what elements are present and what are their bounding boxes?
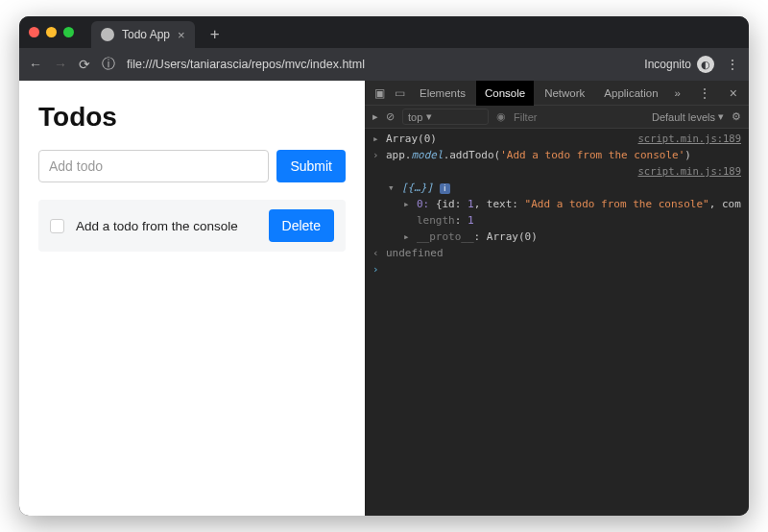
console-property[interactable]: ▸ __proto__: Array(0) (365, 229, 749, 245)
chevron-down-icon: ▾ (426, 110, 432, 123)
incognito-label: Incognito (644, 58, 691, 71)
page: Todos Submit Add a todo from the console… (19, 81, 365, 516)
window-controls (29, 27, 74, 37)
console-array-entry[interactable]: ▸ 0: {id: 1, text: "Add a todo from the … (365, 196, 749, 212)
tabs-overflow-icon[interactable]: » (669, 87, 686, 99)
console-input-echo[interactable]: › app.model.addTodo('Add a todo from the… (365, 147, 749, 163)
source-link[interactable]: script.min.js:189 (638, 132, 741, 146)
array-preview: [{…}] (401, 181, 433, 194)
tab-elements[interactable]: Elements (411, 81, 474, 106)
info-icon[interactable]: i (440, 183, 450, 194)
forward-button[interactable]: → (54, 57, 67, 72)
inspect-element-icon[interactable]: ▣ (371, 86, 389, 100)
page-title: Todos (38, 102, 346, 133)
return-chevron-icon: ‹ (372, 246, 380, 260)
console-message: Array(0) (386, 132, 633, 146)
tab-title: Todo App (122, 28, 170, 41)
return-value: undefined (386, 246, 741, 260)
expand-icon[interactable]: ▸ (403, 197, 411, 211)
titlebar: Todo App × + (19, 16, 749, 48)
clear-console-icon[interactable]: ⊘ (386, 110, 395, 123)
window-maximize-button[interactable] (63, 27, 74, 37)
todo-checkbox[interactable] (50, 219, 64, 233)
delete-button[interactable]: Delete (269, 209, 334, 242)
content-area: Todos Submit Add a todo from the console… (19, 81, 749, 516)
site-info-icon[interactable]: ⓘ (102, 56, 115, 73)
back-button[interactable]: ← (29, 57, 42, 72)
sidebar-toggle-icon[interactable]: ▸ (372, 110, 378, 123)
new-tab-button[interactable]: + (210, 25, 220, 44)
live-expression-icon[interactable]: ◉ (496, 110, 506, 123)
object-preview: 0: {id: 1, text: "Add a todo from the co… (417, 197, 741, 211)
window-close-button[interactable] (29, 27, 39, 37)
device-toolbar-icon[interactable]: ▭ (391, 86, 409, 100)
context-label: top (408, 111, 422, 123)
add-todo-form: Submit (38, 150, 346, 182)
console-output: ▸ Array(0) script.min.js:189 › app.model… (365, 129, 749, 516)
source-link[interactable]: script.min.js:189 (638, 164, 741, 179)
browser-window: Todo App × + ← → ⟳ ⓘ file:///Users/tania… (19, 16, 749, 516)
chevron-down-icon: ▾ (718, 110, 724, 123)
window-minimize-button[interactable] (46, 27, 57, 37)
console-line[interactable]: script.min.js:189 (365, 163, 749, 180)
log-levels-label: Default levels (652, 111, 715, 123)
tab-application[interactable]: Application (595, 81, 666, 106)
console-return: ‹ undefined (365, 245, 749, 261)
prompt-chevron-icon: › (372, 263, 380, 276)
incognito-icon: ◐ (697, 56, 714, 73)
devtools-menu-icon[interactable]: ⋮ (692, 85, 717, 101)
devtools-close-icon[interactable]: × (724, 85, 743, 101)
todo-item: Add a todo from the console Delete (38, 200, 346, 252)
context-selector[interactable]: top ▾ (402, 109, 489, 125)
console-property: length: 1 (365, 212, 749, 229)
address-bar[interactable]: file:///Users/taniarascia/repos/mvc/inde… (127, 58, 633, 71)
reload-button[interactable]: ⟳ (79, 57, 90, 72)
collapse-icon[interactable]: ▾ (388, 181, 396, 195)
console-settings-icon[interactable]: ⚙ (732, 110, 741, 123)
console-message: app.model.addTodo('Add a todo from the c… (386, 148, 741, 162)
incognito-indicator: Incognito ◐ (644, 56, 714, 73)
console-array-summary[interactable]: ▾ [{…}] i (365, 180, 749, 196)
todo-text: Add a todo from the console (76, 219, 257, 233)
tab-console[interactable]: Console (476, 81, 534, 106)
console-line[interactable]: ▸ Array(0) script.min.js:189 (365, 131, 749, 147)
browser-tab[interactable]: Todo App × (91, 21, 195, 48)
console-prompt[interactable]: › (365, 261, 749, 278)
tab-favicon (101, 28, 114, 41)
expand-icon[interactable]: ▸ (403, 230, 411, 244)
toolbar: ← → ⟳ ⓘ file:///Users/taniarascia/repos/… (19, 48, 749, 81)
expand-icon[interactable]: ▸ (372, 132, 380, 146)
add-todo-input[interactable] (38, 150, 269, 182)
devtools-panel: ▣ ▭ Elements Console Network Application… (365, 81, 749, 516)
console-filter-input[interactable] (514, 111, 571, 123)
browser-menu-button[interactable]: ⋮ (726, 57, 739, 72)
tab-close-icon[interactable]: × (178, 28, 185, 42)
log-levels-selector[interactable]: Default levels ▾ (652, 110, 724, 123)
console-toolbar: ▸ ⊘ top ▾ ◉ Default levels ▾ ⚙ (365, 106, 749, 129)
input-chevron-icon: › (372, 148, 380, 162)
devtools-tabstrip: ▣ ▭ Elements Console Network Application… (365, 81, 749, 106)
tab-network[interactable]: Network (536, 81, 593, 106)
submit-button[interactable]: Submit (276, 150, 346, 182)
